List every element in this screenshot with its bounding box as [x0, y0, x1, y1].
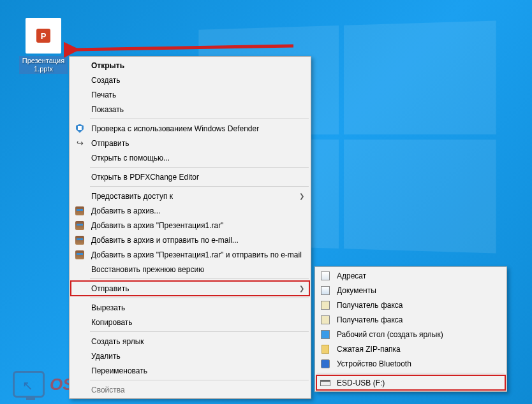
svg-line-0: [73, 46, 293, 50]
menu-item-label: Добавить в архив "Презентация1.rar": [91, 221, 304, 230]
menu-icon-blank: [73, 105, 86, 115]
menu-item[interactable]: Удалить: [71, 349, 309, 363]
shield-icon: [73, 124, 86, 134]
menu-icon-blank: [73, 75, 86, 85]
menu-icon-blank: [73, 172, 86, 182]
winrar-icon: [73, 250, 86, 260]
menu-item-label: Документы: [337, 286, 500, 295]
menu-item-label: Получатель факса: [337, 301, 500, 310]
sendto-menu-item[interactable]: Получатель факса: [316, 312, 505, 327]
menu-item[interactable]: Проверка с использованием Windows Defend…: [71, 121, 309, 136]
menu-item-label: Вырезать: [91, 303, 304, 312]
sendto-menu-item[interactable]: Устройство Bluetooth: [316, 356, 505, 371]
fax-icon: [319, 300, 332, 310]
menu-separator: [90, 119, 309, 119]
menu-item-label: Открыть с помощью...: [91, 154, 304, 162]
menu-item-label: Рабочий стол (создать ярлык): [337, 330, 500, 339]
bt-icon: [319, 359, 332, 369]
submenu-arrow-icon: ❯: [299, 285, 304, 292]
menu-item-label: Предоставить доступ к: [91, 192, 294, 201]
menu-icon-blank: [73, 317, 86, 328]
fax-icon: [319, 315, 332, 325]
menu-item-label: Отправить: [91, 284, 294, 293]
share-icon: ↪: [73, 138, 86, 148]
desktop-file-icon[interactable]: P Презентация 1.pptx: [19, 18, 68, 74]
menu-item-label: Создать: [91, 76, 304, 85]
menu-item[interactable]: Печать: [71, 87, 309, 102]
doc-icon: [319, 285, 332, 296]
context-menu-sendto: АдресатДокументыПолучатель факсаПолучате…: [314, 266, 507, 392]
menu-item[interactable]: Открыть с помощью...: [71, 150, 309, 165]
menu-separator: [90, 167, 309, 168]
menu-item[interactable]: Добавить в архив и отправить по e-mail..…: [71, 233, 309, 247]
zip-icon: [319, 344, 332, 354]
menu-icon-blank: [73, 284, 86, 294]
menu-item[interactable]: Добавить в архив "Презентация1.rar" и от…: [71, 247, 309, 262]
menu-item-label: Проверка с использованием Windows Defend…: [91, 124, 304, 133]
menu-item-label: Создать ярлык: [91, 337, 304, 346]
menu-icon-blank: [73, 385, 86, 395]
menu-icon-blank: [73, 336, 86, 347]
menu-item-label: Восстановить прежнюю версию: [91, 265, 304, 274]
menu-icon-blank: [73, 153, 86, 163]
menu-item-label: Копировать: [91, 318, 304, 327]
menu-item-label: Сжатая ZIP-папка: [337, 345, 500, 354]
menu-separator: [90, 380, 309, 380]
menu-item[interactable]: Переименовать: [71, 363, 309, 378]
winrar-icon: [73, 235, 86, 245]
menu-item[interactable]: Отправить❯: [71, 281, 309, 296]
menu-item-label: Открыть в PDFXChange Editor: [91, 173, 304, 182]
submenu-arrow-icon: ❯: [299, 192, 304, 199]
winrar-icon: [73, 220, 86, 231]
menu-separator: [317, 373, 505, 373]
menu-item[interactable]: Создать: [71, 73, 309, 87]
sendto-menu-item[interactable]: Получатель факса: [316, 298, 505, 312]
menu-item[interactable]: Показать: [71, 102, 309, 117]
menu-separator: [90, 186, 309, 187]
menu-item[interactable]: ↪Отправить: [71, 136, 309, 150]
cursor-icon: ↖: [22, 378, 33, 393]
menu-separator: [90, 298, 309, 298]
menu-item-label: Отправить: [91, 139, 304, 148]
menu-item-label: Добавить в архив...: [91, 206, 304, 215]
menu-item-label: Удалить: [91, 352, 304, 361]
menu-item[interactable]: Копировать: [71, 315, 309, 329]
mail-icon: [319, 271, 332, 281]
menu-icon-blank: [73, 61, 86, 71]
sendto-menu-item[interactable]: ESD-USB (F:): [316, 375, 505, 390]
menu-icon-blank: [73, 90, 86, 100]
menu-item[interactable]: Свойства: [71, 382, 309, 397]
menu-item-label: Получатель факса: [337, 315, 500, 324]
menu-separator: [90, 331, 309, 332]
menu-item[interactable]: Добавить в архив...: [71, 203, 309, 218]
menu-item-label: Адресат: [337, 271, 500, 280]
winrar-icon: [73, 206, 86, 216]
menu-separator: [90, 278, 309, 279]
file-name-label: Презентация 1.pptx: [19, 56, 68, 74]
menu-item-label: Свойства: [91, 386, 304, 394]
sendto-menu-item[interactable]: Документы: [316, 283, 505, 298]
menu-item[interactable]: Открыть в PDFXChange Editor: [71, 170, 309, 184]
menu-icon-blank: [73, 366, 86, 376]
menu-item[interactable]: Вырезать: [71, 300, 309, 315]
file-thumbnail: P: [26, 18, 61, 54]
menu-icon-blank: [73, 303, 86, 313]
menu-item-label: Открыть: [91, 61, 304, 70]
sendto-menu-item[interactable]: Адресат: [316, 268, 505, 283]
watermark-monitor-icon: ↖: [13, 371, 45, 398]
menu-icon-blank: [73, 264, 86, 275]
menu-item[interactable]: Добавить в архив "Презентация1.rar": [71, 218, 309, 233]
menu-item[interactable]: Открыть: [71, 58, 309, 73]
sendto-menu-item[interactable]: Рабочий стол (создать ярлык): [316, 327, 505, 342]
menu-item[interactable]: Восстановить прежнюю версию: [71, 262, 309, 277]
menu-item[interactable]: Предоставить доступ к❯: [71, 189, 309, 203]
menu-item-label: Переименовать: [91, 366, 304, 375]
menu-item-label: Добавить в архив и отправить по e-mail..…: [91, 236, 304, 245]
sendto-menu-item[interactable]: Сжатая ZIP-папка: [316, 342, 505, 356]
menu-item-label: Показать: [91, 105, 304, 114]
menu-icon-blank: [73, 351, 86, 361]
menu-item-label: ESD-USB (F:): [337, 379, 500, 387]
menu-item-label: Печать: [91, 90, 304, 99]
menu-item-label: Добавить в архив "Презентация1.rar" и от…: [91, 250, 304, 259]
menu-item[interactable]: Создать ярлык: [71, 334, 309, 349]
